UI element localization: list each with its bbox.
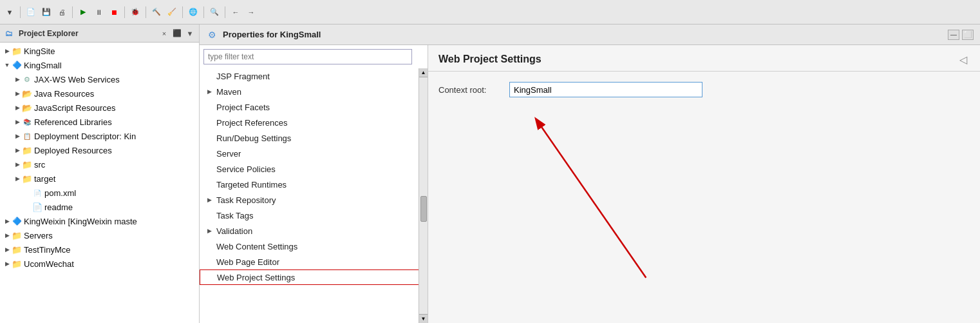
scroll-down-btn[interactable]: ▼ bbox=[419, 314, 428, 323]
tree-arrow-target: ▶ bbox=[13, 174, 22, 183]
folder-icon-java: 📂 bbox=[22, 88, 32, 99]
tree-item-jaxws[interactable]: ▶ ⚙ JAX-WS Web Services bbox=[0, 72, 199, 86]
toolbar-print-btn[interactable]: 🖨 bbox=[55, 5, 69, 19]
tree-arrow-readme bbox=[23, 202, 32, 211]
dialog-window-buttons: — ⬜ bbox=[948, 30, 974, 40]
project-tree: ▶ 📁 KingSite ▼ 🔷 KingSmall ▶ ⚙ JAX-WS We… bbox=[0, 43, 199, 323]
scroll-thumb[interactable] bbox=[420, 196, 427, 222]
toolbar-build-btn[interactable]: 🔨 bbox=[149, 5, 164, 19]
toolbar-save-btn[interactable]: 💾 bbox=[39, 5, 53, 19]
project-explorer-header: 🗂 Project Explorer × ⬛ ▼ bbox=[0, 24, 199, 43]
tree-item-ucomwechat[interactable]: ▶ 📁 UcomWechat bbox=[0, 257, 199, 271]
folder-icon-testtinymce: 📁 bbox=[12, 244, 22, 255]
tree-item-servers[interactable]: ▶ 📁 Servers bbox=[0, 228, 199, 242]
toolbar-separator-4 bbox=[146, 6, 146, 18]
dialog-maximize-btn[interactable]: ⬜ bbox=[962, 30, 974, 40]
context-root-row: Context root: bbox=[438, 82, 970, 97]
gear-icon-jaxws: ⚙ bbox=[22, 74, 32, 84]
context-root-input[interactable] bbox=[509, 82, 702, 97]
nav-item-service-policies[interactable]: Service Policies bbox=[200, 161, 428, 177]
nav-arrow-validation: ▶ bbox=[207, 228, 216, 234]
toolbar-web-btn[interactable]: 🌐 bbox=[186, 5, 200, 19]
content-back-btn[interactable]: ◁ bbox=[957, 53, 970, 66]
toolbar-separator-6 bbox=[203, 6, 204, 18]
tree-label-jaxws: JAX-WS Web Services bbox=[34, 75, 120, 84]
nav-item-project-facets[interactable]: Project Facets bbox=[200, 99, 428, 115]
nav-label-targeted-runtimes: Targeted Runtimes bbox=[216, 180, 287, 190]
nav-label-server: Server bbox=[216, 149, 241, 159]
tree-arrow-depdesc: ▶ bbox=[13, 132, 22, 141]
file-icon-pom: 📄 bbox=[32, 188, 42, 198]
nav-label-jsp-fragment: JSP Fragment bbox=[216, 72, 270, 81]
folder-icon-js: 📂 bbox=[22, 103, 32, 113]
nav-label-web-project-settings: Web Project Settings bbox=[217, 273, 295, 282]
toolbar-back-btn[interactable]: ← bbox=[229, 5, 243, 19]
toolbar-separator-2 bbox=[72, 6, 73, 18]
nav-list: JSP Fragment ▶ Maven Project Facets bbox=[200, 68, 428, 323]
toolbar-stop-btn[interactable]: ⏹ bbox=[107, 5, 121, 19]
tree-arrow-servers: ▶ bbox=[3, 231, 12, 240]
nav-item-run-debug[interactable]: Run/Debug Settings bbox=[200, 130, 428, 146]
nav-item-server[interactable]: Server bbox=[200, 146, 428, 161]
tree-label-java-res: Java Resources bbox=[34, 89, 94, 99]
toolbar-search-btn[interactable]: 🔍 bbox=[207, 5, 221, 19]
nav-label-task-tags: Task Tags bbox=[216, 211, 254, 220]
tree-item-kingSite[interactable]: ▶ 📁 KingSite bbox=[0, 44, 199, 58]
folder-icon-src: 📁 bbox=[22, 159, 32, 170]
nav-item-task-repository[interactable]: ▶ Task Repository bbox=[200, 192, 428, 208]
tree-item-java-res[interactable]: ▶ 📂 Java Resources bbox=[0, 86, 199, 101]
tree-item-ref-lib[interactable]: ▶ 📚 Referenced Libraries bbox=[0, 115, 199, 129]
content-title: Web Project Settings bbox=[438, 54, 542, 65]
nav-item-project-references[interactable]: Project References bbox=[200, 115, 428, 130]
toolbar-menu-btn[interactable]: ▼ bbox=[3, 5, 17, 19]
dialog-title-icon: ⚙ bbox=[206, 29, 218, 41]
tree-item-src[interactable]: ▶ 📁 src bbox=[0, 157, 199, 171]
tree-item-dep-res[interactable]: ▶ 📁 Deployed Resources bbox=[0, 143, 199, 157]
tree-item-dep-desc[interactable]: ▶ 📋 Deployment Descriptor: Kin bbox=[0, 129, 199, 143]
tree-arrow-depres: ▶ bbox=[13, 146, 22, 155]
nav-item-maven[interactable]: ▶ Maven bbox=[200, 84, 428, 99]
scroll-up-btn[interactable]: ▲ bbox=[419, 68, 428, 77]
nav-item-web-page-editor[interactable]: Web Page Editor bbox=[200, 254, 428, 269]
toolbar-forward-btn[interactable]: → bbox=[244, 5, 258, 19]
tree-item-readme[interactable]: 📄 readme bbox=[0, 200, 199, 214]
project-explorer-close-btn[interactable]: × bbox=[159, 28, 169, 39]
nav-item-web-project-settings[interactable]: Web Project Settings bbox=[200, 269, 428, 285]
project-icon-kingweixin: 🔷 bbox=[12, 216, 22, 226]
tree-item-target[interactable]: ▶ 📁 target bbox=[0, 171, 199, 186]
dialog-minimize-btn[interactable]: — bbox=[948, 30, 959, 40]
nav-label-project-facets: Project Facets bbox=[216, 103, 270, 112]
tree-label-kingsmall: KingSmall bbox=[24, 61, 62, 70]
scroll-track bbox=[419, 77, 428, 314]
toolbar-pause-btn[interactable]: ⏸ bbox=[91, 5, 106, 19]
nav-item-targeted-runtimes[interactable]: Targeted Runtimes bbox=[200, 177, 428, 192]
project-explorer-panel: 🗂 Project Explorer × ⬛ ▼ ▶ 📁 KingSite ▼ … bbox=[0, 24, 200, 323]
nav-label-web-page-editor: Web Page Editor bbox=[216, 257, 279, 267]
tree-arrow-kingsmall: ▼ bbox=[3, 61, 12, 70]
nav-item-validation[interactable]: ▶ Validation bbox=[200, 223, 428, 239]
nav-item-jsp-fragment[interactable]: JSP Fragment bbox=[200, 68, 428, 84]
tree-item-pomxml[interactable]: 📄 pom.xml bbox=[0, 186, 199, 200]
tree-item-js-res[interactable]: ▶ 📂 JavaScript Resources bbox=[0, 101, 199, 115]
content-area: Web Project Settings ◁ Context root: bbox=[428, 45, 980, 323]
toolbar-clean-btn[interactable]: 🧹 bbox=[165, 5, 179, 19]
tree-label-testtinymce: TestTinyMce bbox=[24, 245, 70, 255]
tree-arrow-src: ▶ bbox=[13, 160, 22, 169]
tree-item-kingweixin[interactable]: ▶ 🔷 KingWeixin [KingWeixin maste bbox=[0, 214, 199, 228]
project-explorer-menu-btn[interactable]: ▼ bbox=[185, 28, 195, 39]
tree-label-dep-res: Deployed Resources bbox=[34, 146, 112, 155]
tree-label-dep-desc: Deployment Descriptor: Kin bbox=[34, 132, 136, 141]
tree-arrow-kingSite: ▶ bbox=[3, 46, 12, 55]
nav-item-task-tags[interactable]: Task Tags bbox=[200, 208, 428, 223]
toolbar-new-btn[interactable]: 📄 bbox=[24, 5, 38, 19]
nav-label-maven: Maven bbox=[216, 87, 241, 97]
toolbar-debug-btn[interactable]: 🐞 bbox=[128, 5, 142, 19]
toolbar-run-btn[interactable]: ▶ bbox=[76, 5, 90, 19]
toolbar-separator-1 bbox=[20, 6, 21, 18]
nav-item-web-content-settings[interactable]: Web Content Settings bbox=[200, 239, 428, 254]
project-explorer-min-btn[interactable]: ⬛ bbox=[172, 28, 182, 39]
tree-item-testtinymce[interactable]: ▶ 📁 TestTinyMce bbox=[0, 242, 199, 257]
tree-item-kingsmall[interactable]: ▼ 🔷 KingSmall bbox=[0, 58, 199, 72]
toolbar-separator-3 bbox=[124, 6, 125, 18]
filter-input[interactable] bbox=[203, 49, 412, 64]
